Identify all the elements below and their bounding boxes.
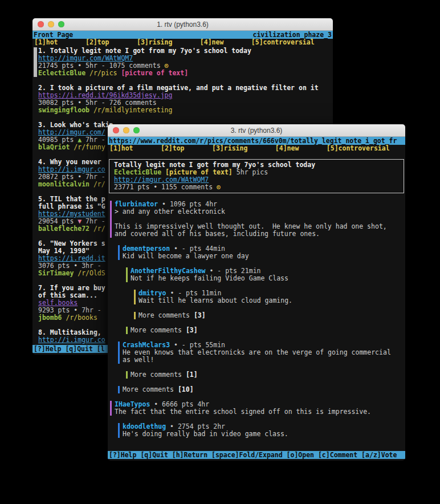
window3-title: 3. rtv (python3.6) xyxy=(231,127,283,135)
post-author[interactable]: jbomb6 xyxy=(38,314,62,322)
comment-body-line: The fact that the entire school signed o… xyxy=(110,408,405,416)
post-text-link[interactable]: http://imgur.com/ xyxy=(38,129,105,136)
comment-header[interactable]: AnotherFilthyCashew • - pts 21min xyxy=(126,267,405,275)
zoom-button[interactable] xyxy=(133,127,140,133)
submission-box[interactable]: Totally legit note I got from my 7yo's s… xyxy=(109,159,404,193)
comment-header[interactable]: kdoodlethug • 2754 pts 2hr xyxy=(118,423,405,430)
post-text-title: 3. Look who's takin xyxy=(38,121,113,129)
subreddit-link[interactable]: /r/mildlyinteresting xyxy=(89,107,172,114)
more-comments-count: [3] xyxy=(190,312,206,319)
more-comments[interactable]: More comments [1] xyxy=(126,371,405,379)
comment-header[interactable]: dmitryo • - pts 11min xyxy=(134,290,405,297)
spacer xyxy=(108,304,405,312)
traffic-lights xyxy=(38,21,64,27)
post-meta[interactable]: 30082 pts • 5hr - 726 comments xyxy=(32,99,333,107)
post-meta[interactable]: 21745 pts • 5hr - 1075 comments ⊙ xyxy=(32,62,333,70)
spacer xyxy=(108,379,405,386)
comment-header[interactable]: IHaeTypos • 6666 pts 4hr xyxy=(110,401,405,408)
post-tagline[interactable]: EclecticBlue /r/pics [picture of text] xyxy=(32,70,333,77)
subreddit-link[interactable]: /r/ xyxy=(89,181,105,188)
post-text-title: of this scam... xyxy=(38,292,97,299)
submission-author[interactable]: EclecticBlue xyxy=(114,169,161,176)
comment-author[interactable]: kdoodlethug xyxy=(123,423,166,430)
window1-titlebar[interactable]: 1. rtv (python3.6) xyxy=(32,18,333,31)
subreddit-link[interactable]: /r/pics xyxy=(85,70,121,77)
post-text-link[interactable]: https://mystudent xyxy=(38,210,105,218)
logged-in-user: civilization_phaze_3 xyxy=(253,31,332,39)
post-author[interactable]: moonlitcalvin xyxy=(38,181,89,188)
submission-info: 5hr pics xyxy=(237,169,268,176)
post-text-link[interactable]: https://i.redd.it xyxy=(38,255,105,262)
comment-author[interactable]: dementperson xyxy=(123,245,170,253)
post-text-title: 2. I took a picture of a film negative, … xyxy=(38,84,319,92)
comment-meta: • - pts 11min xyxy=(166,290,221,297)
more-comments[interactable]: More comments [3] xyxy=(134,312,405,319)
post-text-vlink[interactable]: https://i.redd.it/96ikd35djesy.jpg xyxy=(38,92,172,99)
comment-author[interactable]: AnotherFilthyCashew xyxy=(131,267,206,275)
close-button[interactable] xyxy=(113,127,119,133)
minimize-button[interactable] xyxy=(123,127,129,133)
post-title[interactable]: 2. I took a picture of a film negative, … xyxy=(32,84,333,92)
close-button[interactable] xyxy=(38,21,44,27)
subreddit-link[interactable]: /r/ xyxy=(89,225,105,233)
window1-title: 1. rtv (python3.6) xyxy=(157,21,209,29)
post-link[interactable]: http://imgur.com/WAtWQM7 xyxy=(32,55,333,62)
post-text-link[interactable]: http://i.imgur.co xyxy=(38,166,105,173)
comment-body-line xyxy=(110,216,405,223)
comment-author[interactable]: flurbinator xyxy=(115,201,158,208)
more-comments-label: More comments xyxy=(123,386,174,393)
post-text-title: 5. TIL that the p xyxy=(38,196,105,203)
status-help-text: [?]Help [q]Quit [l xyxy=(34,345,105,353)
submission-link[interactable]: http://imgur.com/WAtWQM7 xyxy=(114,176,209,184)
post-author[interactable]: swingingfloob xyxy=(38,107,89,114)
comment-list: flurbinator • 1096 pts 4hr> and any othe… xyxy=(108,201,405,445)
minimize-button[interactable] xyxy=(48,21,54,27)
zoom-button[interactable] xyxy=(58,21,64,27)
comment-meta: • 6666 pts 4hr xyxy=(150,401,209,408)
spacer xyxy=(108,393,405,401)
page-header-bar: Front Page civilization_phaze_3 xyxy=(32,31,333,39)
spacer xyxy=(108,193,405,201)
post-text-link[interactable]: http://i.imgur.co xyxy=(38,336,105,344)
comment-author[interactable]: IHaeTypos xyxy=(115,401,150,408)
post-tagline[interactable]: swingingfloob /r/mildlyinteresting xyxy=(32,107,333,114)
post-text-title: 8. Multitasking, xyxy=(38,329,105,336)
comment-author[interactable]: CrashMclars3 xyxy=(123,342,170,349)
subreddit-link[interactable]: /r/OldS xyxy=(74,270,105,277)
submission-stats: 23771 pts • 1155 comments xyxy=(114,184,213,191)
subreddit-link[interactable]: /r/books xyxy=(62,314,97,322)
post-title[interactable]: 1. Totally legit note I got from my 7yo'… xyxy=(32,47,333,55)
post-text-link[interactable]: http://imgur.com/WAtWQM7 xyxy=(38,55,133,62)
terminal-window-comments[interactable]: 3. rtv (python3.6) https://www.reddit.co… xyxy=(108,124,405,461)
post-text-meta: 40985 pts xyxy=(38,136,78,144)
terminal-screen-comments[interactable]: https://www.reddit.com/r/pics/comments/6… xyxy=(108,137,405,461)
comment-header[interactable]: CrashMclars3 • - pts 55min xyxy=(118,342,405,349)
more-comments-label: More comments xyxy=(131,371,182,379)
comment-meta: • - pts 21min xyxy=(206,267,261,275)
post-author[interactable]: EclecticBlue xyxy=(38,70,85,77)
post-author[interactable]: blaQriot xyxy=(38,144,70,151)
subreddit-link[interactable]: /r/funny xyxy=(70,144,105,151)
gilded-icon: ⊙ xyxy=(165,62,169,70)
post-author[interactable]: ballefleche72 xyxy=(38,225,89,233)
sort-tabs[interactable]: [1]hot [2]top [3]rising [4]new [5]contro… xyxy=(32,39,333,46)
spacer xyxy=(108,334,405,342)
submission-link-line: http://imgur.com/WAtWQM7 xyxy=(109,176,404,184)
sort-tabs[interactable]: [1]hot [2]top [3]rising [4]new [5]contro… xyxy=(108,145,405,152)
comment-header[interactable]: dementperson • - pts 44min xyxy=(118,245,405,253)
post-link[interactable]: https://i.redd.it/96ikd35djesy.jpg xyxy=(32,92,333,99)
submission-stats-line: 23771 pts • 1155 comments⊙ xyxy=(109,184,404,191)
post-text-meta: 30082 pts • 5hr - 726 comments xyxy=(38,99,157,107)
post-text-meta: 7hr - xyxy=(82,136,109,144)
post-text-title: 4. Why you never xyxy=(38,158,105,166)
window3-status-bar: [?]Help [q]Quit [h]Return [space]Fold/Ex… xyxy=(108,451,405,459)
window3-titlebar[interactable]: 3. rtv (python3.6) xyxy=(108,124,405,137)
spacer xyxy=(108,416,405,423)
post-author[interactable]: SirTimaey xyxy=(38,270,74,277)
more-comments[interactable]: More comments [10] xyxy=(118,386,405,393)
comment-author[interactable]: dmitryo xyxy=(138,290,166,297)
comment-header[interactable]: flurbinator • 1096 pts 4hr xyxy=(110,201,405,208)
post-text-vlink[interactable]: self.books xyxy=(38,299,78,307)
spacer xyxy=(108,319,405,327)
more-comments[interactable]: More comments [3] xyxy=(126,327,405,334)
